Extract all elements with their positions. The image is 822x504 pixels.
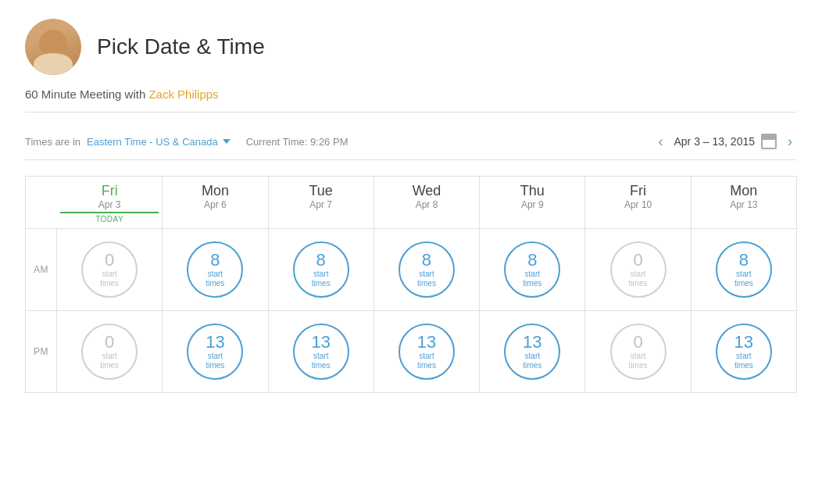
pm-cell-fri-apr3[interactable]: 0 starttimes xyxy=(57,311,163,393)
time-circle-pm-mon-apr6[interactable]: 13 starttimes xyxy=(187,323,243,380)
pm-cell-mon-apr6[interactable]: 13 starttimes xyxy=(163,311,268,393)
time-circle-pm-fri-apr10[interactable]: 0 starttimes xyxy=(610,323,667,380)
time-circle-pm-mon-apr13[interactable]: 13 starttimes xyxy=(716,323,772,380)
pm-cell-tue-apr7[interactable]: 13 starttimes xyxy=(269,311,374,393)
time-circle-pm-thu-apr9[interactable]: 13 starttimes xyxy=(504,323,560,380)
am-cell-thu-apr9[interactable]: 8 starttimes xyxy=(480,229,585,311)
am-cell-wed-apr8[interactable]: 8 starttimes xyxy=(374,229,480,311)
circle-count: 0 xyxy=(633,251,642,270)
timezone-selector[interactable]: Eastern Time - US & Canada xyxy=(87,136,231,148)
avatar xyxy=(25,19,81,75)
times-label: Times are in xyxy=(25,136,80,148)
time-circle-pm-fri-apr3[interactable]: 0 starttimes xyxy=(81,323,138,380)
col-header-mon-apr13: Mon Apr 13 xyxy=(692,176,797,229)
meeting-info: 60 Minute Meeting with Zack Philipps xyxy=(25,88,797,113)
timezone-bar: Times are in Eastern Time - US & Canada … xyxy=(25,123,797,160)
circle-label: starttimes xyxy=(100,352,119,370)
person-name: Zack Philipps xyxy=(148,88,218,101)
day-date-fri-apr3: Apr 3 xyxy=(60,199,159,210)
day-name-mon-apr13: Mon xyxy=(695,183,793,199)
day-date-thu-apr9: Apr 9 xyxy=(483,199,581,210)
col-header-thu-apr9: Thu Apr 9 xyxy=(480,176,585,229)
am-cell-mon-apr13[interactable]: 8 starttimes xyxy=(692,229,797,311)
day-name-fri-apr10: Fri xyxy=(588,183,687,199)
circle-label: starttimes xyxy=(417,270,436,288)
circle-label: starttimes xyxy=(206,352,224,370)
page-container: Pick Date & Time 60 Minute Meeting with … xyxy=(0,0,822,504)
date-nav: ‹ Apr 3 – 13, 2015 › xyxy=(653,131,797,152)
circle-count: 13 xyxy=(311,333,330,352)
time-circle-pm-wed-apr8[interactable]: 13 starttimes xyxy=(398,323,455,380)
am-cell-fri-apr3[interactable]: 0 starttimes xyxy=(57,229,163,311)
circle-label: starttimes xyxy=(629,270,648,288)
circle-label: starttimes xyxy=(734,352,753,370)
col-header-tue-apr7: Tue Apr 7 xyxy=(269,176,374,229)
circle-count: 0 xyxy=(105,333,114,352)
circle-label: starttimes xyxy=(312,270,331,288)
circle-label: starttimes xyxy=(206,270,224,288)
circle-label: starttimes xyxy=(417,352,436,370)
circle-count: 13 xyxy=(206,333,224,352)
time-circle-am-wed-apr8[interactable]: 8 starttimes xyxy=(398,241,455,298)
circle-count: 13 xyxy=(417,333,436,352)
circle-label: starttimes xyxy=(523,270,541,288)
day-date-wed-apr8: Apr 8 xyxy=(377,199,476,210)
day-name-tue-apr7: Tue xyxy=(272,183,370,199)
day-date-mon-apr13: Apr 13 xyxy=(695,199,793,210)
circle-count: 0 xyxy=(105,251,114,270)
circle-count: 8 xyxy=(422,251,431,270)
col-header-mon-apr6: Mon Apr 6 xyxy=(163,176,268,229)
pm-label: PM xyxy=(26,311,57,393)
circle-label: starttimes xyxy=(734,270,753,288)
col-header-wed-apr8: Wed Apr 8 xyxy=(374,176,480,229)
calendar-grid: Fri Apr 3 TODAY Mon Apr 6 Tue Apr 7 Wed … xyxy=(25,176,797,393)
circle-label: starttimes xyxy=(523,352,541,370)
time-circle-pm-tue-apr7[interactable]: 13 starttimes xyxy=(293,323,349,380)
pm-cell-wed-apr8[interactable]: 13 starttimes xyxy=(374,311,480,393)
date-range: Apr 3 – 13, 2015 xyxy=(674,135,755,148)
time-circle-am-thu-apr9[interactable]: 8 starttimes xyxy=(504,241,560,298)
circle-label: starttimes xyxy=(100,270,119,288)
calendar-icon[interactable] xyxy=(761,134,777,149)
time-circle-am-fri-apr10[interactable]: 0 starttimes xyxy=(610,241,667,298)
current-time: Current Time: 9:26 PM xyxy=(246,136,348,148)
day-name-fri-apr3: Fri xyxy=(60,183,159,199)
pm-cell-mon-apr13[interactable]: 13 starttimes xyxy=(692,311,797,393)
day-date-tue-apr7: Apr 7 xyxy=(272,199,370,210)
day-name-mon-apr6: Mon xyxy=(166,183,264,199)
circle-count: 8 xyxy=(739,251,749,270)
today-badge: TODAY xyxy=(60,212,159,223)
day-date-fri-apr10: Apr 10 xyxy=(588,199,687,210)
header: Pick Date & Time xyxy=(25,19,797,75)
chevron-down-icon xyxy=(223,139,231,144)
time-circle-am-mon-apr6[interactable]: 8 starttimes xyxy=(187,241,243,298)
circle-count: 13 xyxy=(523,333,541,352)
pm-cell-fri-apr10[interactable]: 0 starttimes xyxy=(585,311,691,393)
prev-arrow[interactable]: ‹ xyxy=(653,131,667,152)
meeting-description: 60 Minute Meeting with xyxy=(25,88,148,101)
circle-count: 8 xyxy=(316,251,326,270)
empty-header xyxy=(26,176,57,229)
am-cell-tue-apr7[interactable]: 8 starttimes xyxy=(269,229,374,311)
am-cell-fri-apr10[interactable]: 0 starttimes xyxy=(585,229,691,311)
next-arrow[interactable]: › xyxy=(783,131,797,152)
time-circle-am-tue-apr7[interactable]: 8 starttimes xyxy=(293,241,349,298)
am-label: AM xyxy=(26,229,57,311)
timezone-value: Eastern Time - US & Canada xyxy=(87,136,218,148)
col-header-fri-apr3: Fri Apr 3 TODAY xyxy=(57,176,163,229)
day-date-mon-apr6: Apr 6 xyxy=(166,199,264,210)
circle-label: starttimes xyxy=(629,352,648,370)
circle-label: starttimes xyxy=(312,352,331,370)
day-name-thu-apr9: Thu xyxy=(483,183,581,199)
day-name-wed-apr8: Wed xyxy=(377,183,476,199)
circle-count: 13 xyxy=(734,333,753,352)
am-cell-mon-apr6[interactable]: 8 starttimes xyxy=(163,229,268,311)
page-title: Pick Date & Time xyxy=(97,34,265,59)
circle-count: 8 xyxy=(210,251,220,270)
circle-count: 8 xyxy=(527,251,537,270)
time-circle-am-mon-apr13[interactable]: 8 starttimes xyxy=(716,241,772,298)
circle-count: 0 xyxy=(633,333,642,352)
time-circle-am-fri-apr3[interactable]: 0 starttimes xyxy=(81,241,138,298)
pm-cell-thu-apr9[interactable]: 13 starttimes xyxy=(480,311,585,393)
col-header-fri-apr10: Fri Apr 10 xyxy=(585,176,691,229)
